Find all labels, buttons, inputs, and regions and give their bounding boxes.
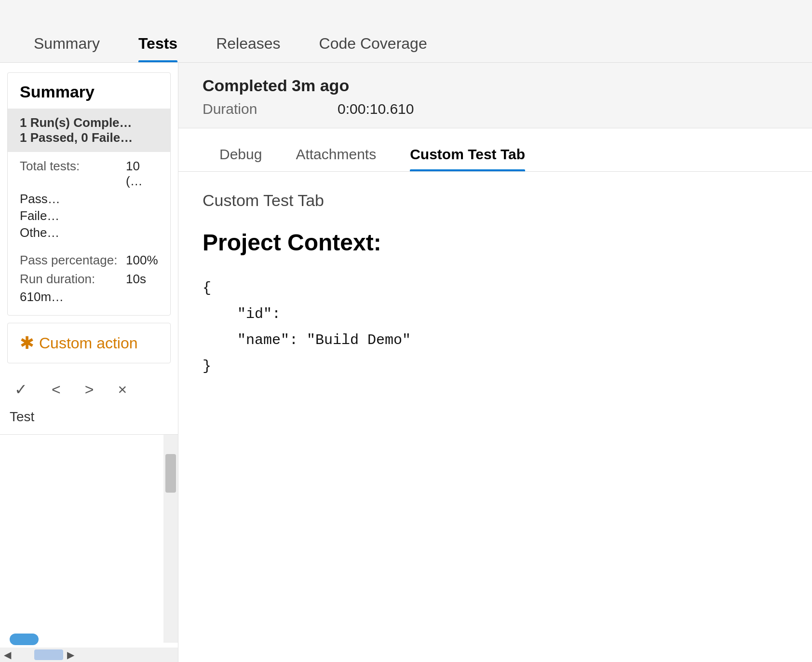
total-tests-label: Total tests:: [20, 159, 126, 189]
nav-prev-button[interactable]: <: [47, 379, 66, 400]
tab-attachments[interactable]: Attachments: [279, 137, 393, 171]
tab-summary-label: Summary: [34, 35, 100, 52]
nav-checkmark-button[interactable]: ✓: [10, 379, 32, 400]
nav-controls: ✓ < > ×: [0, 371, 178, 404]
summary-card-title: Summary: [8, 73, 170, 109]
test-label-text: Test: [10, 409, 34, 424]
tab-debug-label: Debug: [219, 146, 262, 162]
inner-tabs: Debug Attachments Custom Test Tab: [178, 128, 812, 172]
total-tests-value: 10 (…: [126, 159, 158, 189]
tab-custom-test-tab[interactable]: Custom Test Tab: [393, 137, 542, 171]
fail-value: Faile…: [8, 207, 170, 224]
left-panel: Summary 1 Run(s) Comple… 1 Passed, 0 Fai…: [0, 63, 178, 662]
tab-code-coverage[interactable]: Code Coverage: [300, 20, 447, 62]
top-nav: Summary Tests Releases Code Coverage: [0, 0, 812, 63]
tab-tests[interactable]: Tests: [119, 20, 197, 62]
main-layout: Summary 1 Run(s) Comple… 1 Passed, 0 Fai…: [0, 63, 812, 662]
other-value: Othe…: [8, 224, 170, 241]
scroll-corner: [163, 648, 178, 662]
content-area: Custom Test Tab Project Context: { "id":…: [178, 172, 812, 662]
pass-value: Pass…: [8, 191, 170, 207]
tab-summary[interactable]: Summary: [14, 20, 119, 62]
completed-header: Completed 3m ago Duration 0:00:10.610: [178, 63, 812, 128]
summary-card: Summary 1 Run(s) Comple… 1 Passed, 0 Fai…: [7, 72, 171, 316]
run-duration-row: Run duration: 10s: [8, 270, 170, 289]
project-context-title: Project Context:: [203, 229, 788, 256]
custom-action-card[interactable]: ✱ Custom action: [7, 323, 171, 363]
json-content: { "id": "name": "Build Demo" }: [203, 275, 788, 379]
scroll-left-arrow[interactable]: ◀: [0, 649, 15, 661]
duration-value: 0:00:10.610: [338, 101, 414, 117]
test-label: Test: [0, 404, 178, 429]
runs-sub: 1 Passed, 0 Faile…: [20, 130, 158, 145]
tab-tests-label: Tests: [138, 35, 177, 52]
pass-percentage-label: Pass percentage:: [20, 253, 126, 268]
tab-releases[interactable]: Releases: [197, 20, 299, 62]
custom-action-title: ✱ Custom action: [20, 333, 158, 353]
duration-label: Duration: [203, 101, 338, 117]
scroll-right-arrow[interactable]: ▶: [63, 649, 78, 661]
custom-action-label: Custom action: [39, 334, 138, 352]
nav-close-button[interactable]: ×: [113, 379, 132, 400]
pass-percentage-value: 100%: [126, 253, 158, 268]
tab-debug[interactable]: Debug: [203, 137, 279, 171]
tab-custom-test-tab-label: Custom Test Tab: [410, 146, 525, 162]
nav-next-button[interactable]: >: [80, 379, 99, 400]
tab-code-coverage-label: Code Coverage: [319, 35, 427, 52]
asterisk-icon: ✱: [20, 333, 34, 353]
horizontal-scroll-thumb[interactable]: [34, 649, 63, 660]
content-tab-title: Custom Test Tab: [203, 191, 788, 210]
duration-row: Duration 0:00:10.610: [203, 101, 788, 117]
run-duration-sub: 610m…: [8, 289, 170, 305]
completed-title: Completed 3m ago: [203, 76, 788, 95]
horizontal-scrollbar[interactable]: ◀ ▶: [0, 648, 163, 662]
vertical-scrollbar[interactable]: [163, 435, 178, 643]
vertical-scroll-thumb[interactable]: [165, 454, 176, 493]
runs-text: 1 Run(s) Comple…: [20, 115, 158, 130]
pass-percentage-row: Pass percentage: 100%: [8, 251, 170, 270]
tab-attachments-label: Attachments: [296, 146, 376, 162]
run-duration-label: Run duration:: [20, 272, 126, 287]
tab-releases-label: Releases: [216, 35, 280, 52]
summary-runs-bar: 1 Run(s) Comple… 1 Passed, 0 Faile…: [8, 109, 170, 152]
blue-indicator: [10, 634, 39, 645]
total-tests-row: Total tests: 10 (…: [8, 157, 170, 191]
right-panel: Completed 3m ago Duration 0:00:10.610 De…: [178, 63, 812, 662]
left-scroll-area: ◀ ▶: [0, 434, 178, 662]
run-duration-value: 10s: [126, 272, 146, 287]
